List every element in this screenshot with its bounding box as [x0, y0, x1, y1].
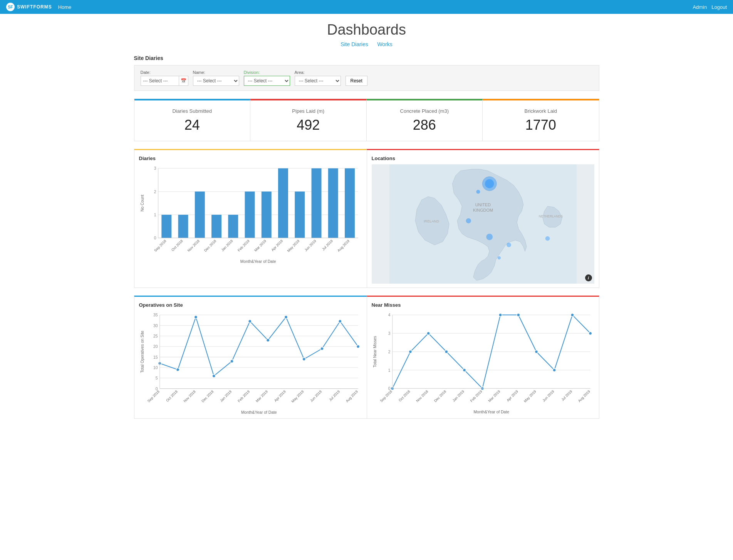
page-content: Dashboards Site Diaries Works Site Diari… [128, 14, 606, 438]
svg-rect-7 [211, 215, 221, 238]
svg-text:Nov 2018: Nov 2018 [186, 239, 200, 252]
page-tabs: Site Diaries Works [134, 41, 599, 47]
division-select[interactable]: --- Select --- [244, 76, 290, 86]
svg-text:Jan 2019: Jan 2019 [219, 389, 232, 403]
svg-text:Oct 2018: Oct 2018 [171, 239, 184, 252]
area-filter-label: Area: [295, 70, 341, 75]
svg-point-46 [507, 243, 511, 247]
filter-bar: Date: 📅 Name: --- Select --- Division: -… [134, 65, 599, 91]
svg-text:Mar 2019: Mar 2019 [487, 389, 501, 403]
svg-rect-5 [178, 215, 188, 238]
svg-text:Oct 2018: Oct 2018 [165, 389, 178, 403]
svg-text:Jan 2019: Jan 2019 [220, 239, 233, 252]
svg-text:2: 2 [154, 190, 156, 194]
svg-text:No Count: No Count [140, 195, 144, 212]
svg-point-45 [486, 234, 493, 240]
svg-point-101 [444, 350, 448, 353]
logo: SF SWIFTFORMS [6, 3, 52, 11]
date-input[interactable] [141, 76, 179, 86]
nearmisses-chart-panel: Near Misses 01234 Sep 2018Oct 2018Nov 20… [367, 296, 599, 419]
svg-text:Dec 2018: Dec 2018 [433, 389, 447, 403]
name-select[interactable]: --- Select --- [193, 76, 239, 86]
svg-text:Sep 2018: Sep 2018 [153, 239, 167, 252]
svg-text:Month&Year of Date: Month&Year of Date [473, 410, 509, 414]
metric-label: Concrete Placed (m3) [373, 108, 476, 114]
svg-text:Apr 2019: Apr 2019 [273, 389, 287, 403]
tab-site-diaries[interactable]: Site Diaries [341, 41, 368, 47]
svg-text:Dec 2018: Dec 2018 [201, 389, 214, 403]
svg-text:4: 4 [388, 313, 390, 317]
svg-text:15: 15 [153, 355, 158, 359]
map-info-button[interactable]: i [585, 274, 592, 281]
svg-text:Mar 2019: Mar 2019 [255, 389, 268, 403]
nearmisses-chart-title: Near Misses [372, 302, 594, 308]
svg-text:IRELAND: IRELAND [423, 219, 439, 223]
division-filter-label: Division: [244, 70, 290, 75]
svg-point-43 [476, 190, 480, 194]
svg-text:0: 0 [154, 236, 156, 240]
metric-label: Diaries Submitted [141, 108, 244, 114]
nav-admin-link[interactable]: Admin [693, 4, 707, 10]
svg-text:Jun 2019: Jun 2019 [309, 389, 322, 403]
svg-text:May 2019: May 2019 [286, 239, 300, 253]
svg-point-65 [302, 358, 305, 361]
metric-card: Diaries Submitted 24 [134, 99, 251, 141]
svg-text:Aug 2019: Aug 2019 [345, 389, 358, 403]
svg-text:Total Near Misses: Total Near Misses [373, 336, 377, 368]
svg-text:Month&Year of Date: Month&Year of Date [240, 259, 276, 264]
metric-value: 1770 [489, 117, 593, 133]
svg-point-109 [589, 332, 592, 335]
logo-icon: SF [6, 3, 15, 11]
calendar-button[interactable]: 📅 [179, 76, 188, 86]
svg-text:Total Operatives on Site: Total Operatives on Site [140, 331, 144, 373]
area-filter-group: Area: --- Select --- [295, 70, 341, 86]
svg-rect-8 [228, 215, 238, 238]
tab-works[interactable]: Works [377, 41, 392, 47]
name-filter-group: Name: --- Select --- [193, 70, 239, 86]
svg-text:Jul 2019: Jul 2019 [321, 239, 334, 251]
diaries-chart-title: Diaries [139, 155, 362, 161]
logo-short: SF [8, 5, 13, 9]
reset-button[interactable]: Reset [346, 76, 367, 86]
svg-point-47 [545, 236, 550, 241]
charts-row-1: Diaries 0123 Sep 2018Oct 2018Nov 2018Dec… [134, 149, 599, 288]
svg-text:Aug 2019: Aug 2019 [337, 239, 350, 252]
svg-text:Apr 2019: Apr 2019 [270, 239, 283, 252]
svg-text:Feb 2019: Feb 2019 [469, 389, 483, 403]
svg-point-68 [356, 345, 359, 348]
line-chart-svg: 01234 Sep 2018Oct 2018Nov 2018Dec 2018Ja… [372, 311, 594, 414]
nav-home-link[interactable]: Home [58, 4, 72, 10]
area-select[interactable]: --- Select --- [295, 76, 341, 86]
svg-text:Apr 2019: Apr 2019 [506, 389, 519, 403]
svg-point-59 [194, 316, 197, 319]
svg-text:3: 3 [388, 331, 390, 336]
svg-text:5: 5 [155, 376, 158, 380]
svg-text:Jul 2019: Jul 2019 [560, 389, 573, 402]
svg-rect-6 [195, 192, 205, 238]
svg-text:May 2019: May 2019 [290, 389, 304, 403]
bar-chart-svg: 0123 Sep 2018Oct 2018Nov 2018Dec 2018Jan… [139, 164, 362, 264]
metric-value: 286 [373, 117, 476, 133]
svg-point-48 [497, 256, 500, 259]
svg-point-61 [230, 359, 233, 363]
svg-text:Sep 2018: Sep 2018 [146, 389, 160, 403]
svg-text:Oct 2018: Oct 2018 [398, 389, 411, 403]
svg-rect-9 [245, 192, 255, 238]
metric-row: Diaries Submitted 24Pipes Laid (m) 492Co… [134, 99, 599, 141]
svg-point-63 [266, 339, 269, 342]
metric-label: Pipes Laid (m) [257, 108, 360, 114]
operatives-chart-title: Operatives on Site [139, 302, 362, 308]
nav-logout-link[interactable]: Logout [711, 4, 727, 10]
svg-point-67 [338, 320, 341, 323]
date-filter-group: Date: 📅 [141, 70, 188, 86]
svg-rect-15 [345, 168, 355, 238]
svg-text:Jun 2019: Jun 2019 [542, 389, 555, 403]
svg-text:3: 3 [154, 166, 156, 171]
metric-value: 492 [257, 117, 360, 133]
svg-point-66 [320, 347, 323, 350]
svg-text:NETHERLANDS: NETHERLANDS [538, 214, 563, 218]
svg-text:35: 35 [153, 313, 158, 317]
svg-text:Feb 2019: Feb 2019 [237, 239, 250, 252]
map-svg: UNITED KINGDOM IRELAND NETHERLANDS [372, 164, 594, 284]
svg-text:UNITED: UNITED [475, 202, 491, 207]
